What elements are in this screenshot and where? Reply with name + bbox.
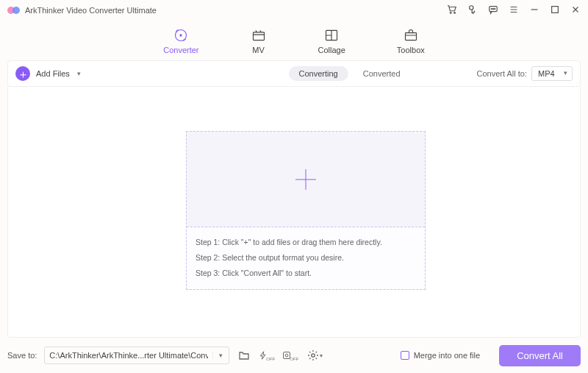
svg-point-7	[492, 9, 493, 10]
save-path-field[interactable]: ▾	[44, 347, 229, 364]
seg-converted[interactable]: Converted	[353, 66, 411, 81]
svg-rect-14	[405, 33, 416, 40]
hardware-accel-button[interactable]: OFF	[259, 347, 276, 363]
svg-point-11	[180, 34, 182, 36]
tab-toolbox-label: Toolbox	[397, 46, 425, 54]
close-icon[interactable]	[570, 4, 581, 16]
top-nav: Converter MV Collage Toolbox	[0, 18, 588, 57]
maximize-icon[interactable]	[550, 4, 560, 16]
svg-point-8	[495, 9, 495, 10]
drop-box: Step 1: Click "+" to add files or drag t…	[186, 131, 426, 290]
titlebar: ArkThinker Video Converter Ultimate	[0, 0, 588, 18]
step-2: Step 2: Select the output format you des…	[196, 250, 416, 266]
step-3: Step 3: Click "Convert All" to start.	[196, 266, 416, 281]
svg-point-16	[285, 354, 288, 357]
tab-converter[interactable]: Converter	[163, 28, 198, 54]
tab-mv-label: MV	[252, 46, 265, 54]
save-to-label: Save to:	[7, 351, 37, 360]
drop-area[interactable]	[187, 132, 425, 227]
key-icon[interactable]	[467, 4, 478, 16]
app-logo-icon	[7, 5, 21, 15]
svg-point-17	[312, 354, 315, 357]
svg-point-4	[470, 6, 473, 10]
svg-point-1	[12, 7, 20, 14]
bottom-bar: Save to: ▾ OFF OFF ▾ Merge into one file…	[0, 338, 588, 373]
app-title: ArkThinker Video Converter Ultimate	[25, 6, 157, 15]
add-files-label[interactable]: Add Files	[36, 69, 70, 78]
toolbar: ＋ Add Files ▾ Converting Converted Conve…	[7, 60, 581, 87]
settings-button[interactable]: ▾	[306, 347, 323, 363]
output-format-value: MP4	[538, 69, 555, 78]
instructions: Step 1: Click "+" to add files or drag t…	[187, 227, 425, 289]
main-area: Step 1: Click "+" to add files or drag t…	[7, 87, 581, 338]
status-segmented: Converting Converted	[289, 66, 411, 81]
app-window: ArkThinker Video Converter Ultimate Conv…	[0, 0, 588, 373]
checkbox-icon	[401, 351, 409, 360]
merge-label: Merge into one file	[414, 351, 481, 360]
svg-point-3	[454, 13, 456, 14]
output-format-select[interactable]: MP4	[531, 66, 573, 81]
svg-rect-12	[253, 32, 264, 40]
feedback-icon[interactable]	[488, 4, 498, 16]
browse-folder-button[interactable]	[235, 347, 253, 363]
svg-rect-9	[552, 7, 559, 13]
seg-converting[interactable]: Converting	[289, 66, 348, 81]
convert-all-button[interactable]: Convert All	[499, 345, 581, 366]
tab-converter-label: Converter	[163, 46, 198, 54]
convert-all-to-label: Convert All to:	[477, 69, 527, 78]
merge-checkbox[interactable]: Merge into one file	[401, 351, 481, 360]
tab-mv[interactable]: MV	[251, 28, 267, 54]
svg-point-2	[450, 13, 451, 14]
menu-icon[interactable]	[509, 4, 519, 16]
tab-collage-label: Collage	[318, 46, 345, 54]
plus-icon	[291, 165, 320, 194]
svg-point-6	[491, 9, 492, 10]
save-path-input[interactable]	[45, 351, 212, 360]
high-speed-button[interactable]: OFF	[282, 347, 300, 363]
titlebar-controls	[447, 4, 581, 16]
step-1: Step 1: Click "+" to add files or drag t…	[196, 235, 416, 250]
add-files-button[interactable]: ＋	[15, 66, 30, 81]
tab-collage[interactable]: Collage	[318, 28, 345, 54]
tab-toolbox[interactable]: Toolbox	[397, 28, 425, 54]
save-path-dropdown-icon[interactable]: ▾	[212, 352, 229, 359]
add-files-dropdown-icon[interactable]: ▾	[77, 70, 81, 77]
chevron-down-icon: ▾	[320, 352, 323, 359]
minimize-icon[interactable]	[529, 4, 539, 16]
cart-icon[interactable]	[447, 4, 457, 16]
